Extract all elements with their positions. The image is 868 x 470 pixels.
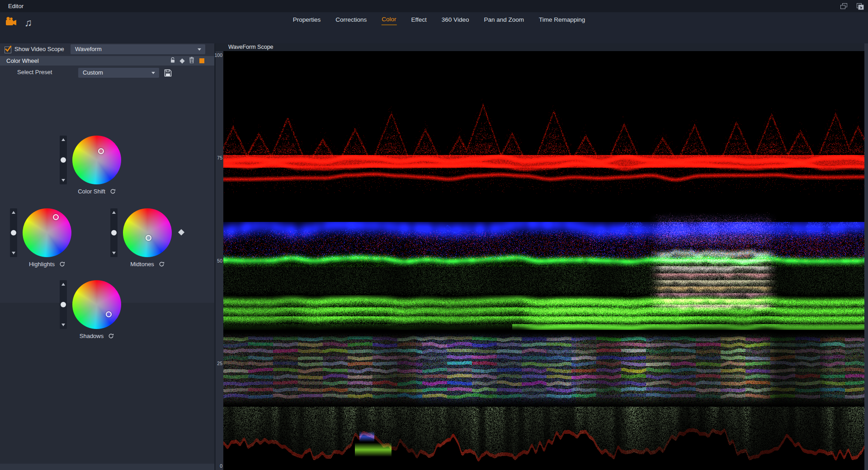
preset-row: Select Preset Custom bbox=[0, 66, 214, 81]
tab-bar: PropertiesCorrectionsColorEffect360 Vide… bbox=[292, 12, 586, 28]
slider-up-arrow-icon[interactable] bbox=[61, 138, 65, 141]
scope-type-value: Waveform bbox=[75, 44, 102, 54]
panel-content: Show Video Scope Waveform Color Wheel bbox=[0, 43, 214, 303]
scope-axis-tick: 100 bbox=[209, 52, 222, 58]
shadows-label-row: Shadows bbox=[52, 333, 142, 339]
scope-axis-tick: 0 bbox=[209, 463, 222, 469]
wheel-label: Highlights bbox=[29, 261, 55, 268]
horizontal-scrollbar[interactable] bbox=[0, 464, 214, 470]
highlights-slider[interactable] bbox=[10, 208, 17, 257]
slider-thumb[interactable] bbox=[61, 157, 66, 163]
show-video-scope-row: Show Video Scope Waveform bbox=[0, 43, 214, 55]
color-shift-wheel[interactable] bbox=[72, 136, 121, 184]
slider-up-arrow-icon[interactable] bbox=[61, 283, 65, 286]
preset-value: Custom bbox=[83, 68, 103, 78]
reset-icon[interactable] bbox=[159, 261, 165, 267]
slider-down-arrow-icon[interactable] bbox=[112, 252, 116, 254]
tab-effect[interactable]: Effect bbox=[411, 15, 427, 25]
midtones-wheel-group: Midtones bbox=[123, 208, 172, 257]
wheel-label: Midtones bbox=[130, 261, 154, 268]
waveform-scope-canvas bbox=[223, 51, 864, 470]
slider-up-arrow-icon[interactable] bbox=[12, 211, 15, 214]
tab-properties[interactable]: Properties bbox=[292, 15, 321, 25]
color-shift-wheel-group: Color Shift bbox=[72, 136, 121, 184]
reset-icon[interactable] bbox=[110, 188, 116, 194]
video-camera-icon[interactable] bbox=[5, 16, 17, 29]
highlights-wheel-group: Highlights bbox=[23, 208, 71, 257]
color-wheel-section-header: Color Wheel bbox=[0, 56, 214, 66]
toolbar: ♫ PropertiesCorrectionsColorEffect360 Vi… bbox=[0, 12, 868, 43]
tab-color[interactable]: Color bbox=[381, 14, 396, 25]
reset-icon[interactable] bbox=[108, 333, 114, 339]
chevron-down-icon bbox=[198, 48, 201, 51]
midtones-wheel[interactable] bbox=[123, 208, 172, 257]
keyframe-diamond-icon[interactable] bbox=[178, 229, 184, 235]
scope-axis-tick: 50 bbox=[209, 258, 222, 263]
wheel-marker[interactable] bbox=[53, 214, 59, 220]
trash-icon[interactable] bbox=[189, 57, 194, 65]
orange-square-icon[interactable] bbox=[199, 58, 204, 63]
show-video-scope-checkbox[interactable] bbox=[5, 47, 11, 53]
tab-pan-and-zoom[interactable]: Pan and Zoom bbox=[483, 15, 524, 25]
wheel-marker[interactable] bbox=[98, 148, 104, 154]
editor-window: Editor bbox=[0, 0, 868, 470]
window-controls bbox=[839, 2, 864, 10]
shadows-slider[interactable] bbox=[60, 280, 67, 329]
titlebar: Editor bbox=[0, 0, 868, 12]
dock-window-icon[interactable] bbox=[855, 2, 864, 10]
color-wheel-panel: Show Video Scope Waveform Color Wheel bbox=[0, 43, 214, 470]
wheel-marker[interactable] bbox=[106, 311, 112, 317]
highlights-wheel[interactable] bbox=[23, 208, 71, 257]
midtones-slider[interactable] bbox=[110, 208, 118, 257]
shadows-wheel-group: Shadows bbox=[72, 280, 121, 329]
midtones-label-row: Midtones bbox=[102, 261, 193, 268]
reset-icon[interactable] bbox=[59, 261, 65, 267]
section-header-icons bbox=[170, 56, 204, 66]
slider-down-arrow-icon[interactable] bbox=[61, 324, 65, 326]
slider-down-arrow-icon[interactable] bbox=[61, 179, 65, 182]
wheel-marker[interactable] bbox=[146, 235, 151, 241]
slider-thumb[interactable] bbox=[11, 230, 16, 235]
window-title: Editor bbox=[8, 0, 24, 12]
scope-axis-tick: 75 bbox=[209, 155, 222, 160]
waveform-scope-header: WaveForm Scope bbox=[216, 43, 864, 51]
shadows-wheel[interactable] bbox=[72, 280, 121, 329]
preset-label: Select Preset bbox=[17, 66, 52, 79]
tab-360-video[interactable]: 360 Video bbox=[441, 15, 470, 25]
slider-thumb[interactable] bbox=[61, 302, 66, 307]
music-note-icon[interactable]: ♫ bbox=[24, 16, 32, 29]
keyframe-diamond-icon[interactable] bbox=[179, 58, 184, 63]
color-shift-label-row: Color Shift bbox=[52, 188, 142, 195]
tab-corrections[interactable]: Corrections bbox=[335, 15, 367, 25]
highlights-label-row: Highlights bbox=[2, 261, 92, 268]
tab-time-remapping[interactable]: Time Remapping bbox=[538, 15, 585, 25]
scope-right-scrollbar-track[interactable] bbox=[864, 43, 868, 470]
float-window-icon[interactable] bbox=[839, 2, 848, 10]
chevron-down-icon bbox=[151, 72, 155, 74]
preset-dropdown[interactable]: Custom bbox=[78, 68, 159, 78]
wheel-label: Color Shift bbox=[78, 188, 105, 195]
color-shift-slider[interactable] bbox=[60, 136, 67, 184]
save-preset-button[interactable] bbox=[163, 68, 173, 78]
slider-thumb[interactable] bbox=[111, 230, 117, 235]
track-type-icons: ♫ bbox=[5, 16, 32, 29]
section-title: Color Wheel bbox=[6, 56, 39, 66]
slider-down-arrow-icon[interactable] bbox=[12, 252, 15, 254]
lock-icon[interactable] bbox=[170, 57, 175, 65]
slider-up-arrow-icon[interactable] bbox=[112, 211, 116, 214]
scope-title: WaveForm Scope bbox=[228, 43, 274, 51]
wheel-label: Shadows bbox=[80, 333, 104, 339]
show-video-scope-label: Show Video Scope bbox=[14, 43, 64, 55]
scope-axis-tick: 25 bbox=[209, 361, 222, 366]
scope-type-dropdown[interactable]: Waveform bbox=[71, 44, 205, 54]
